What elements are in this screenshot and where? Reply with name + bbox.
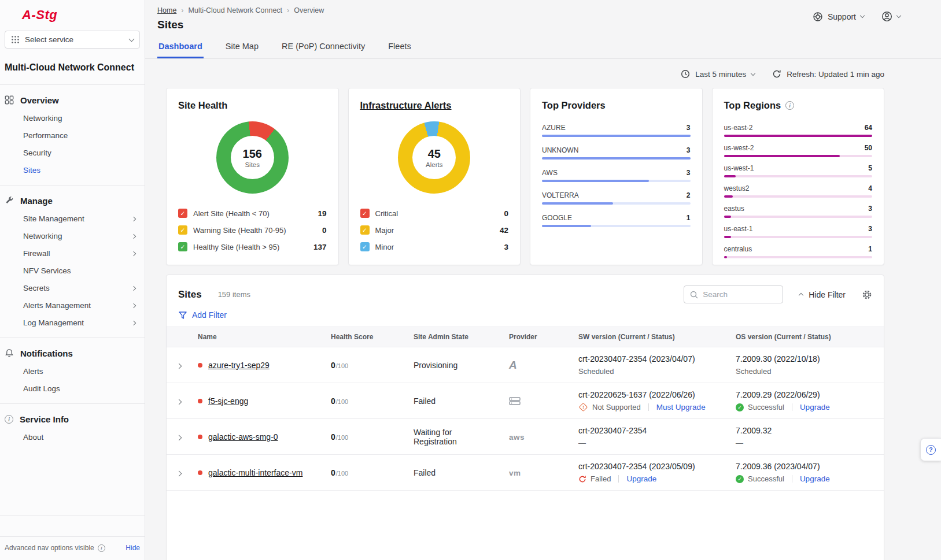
sidebar-item-about[interactable]: About	[0, 429, 145, 446]
sidebar-section-overview-header[interactable]: Overview	[0, 91, 145, 110]
health-score: 0	[331, 468, 335, 477]
table-row[interactable]: azure-try1-sep29 0/100 Provisioning A cr…	[167, 347, 884, 383]
sidebar-item-firewall[interactable]: Firewall	[0, 245, 145, 262]
table-row[interactable]: f5-sjc-engg 0/100 Failed	[167, 383, 884, 419]
must-upgrade-link[interactable]: Must Upgrade	[656, 403, 706, 411]
settings-gear-icon[interactable]	[862, 290, 872, 300]
breadcrumb: Home › Multi-Cloud Network Connect › Ove…	[157, 6, 324, 14]
sidebar-section-service-info-header[interactable]: Service Info	[0, 410, 145, 429]
os-version: 7.2009.29 (2022/06/29)	[736, 390, 877, 399]
legend-label: Warning Site (Health 70-95)	[193, 226, 286, 235]
service-selector[interactable]: Select service	[5, 31, 140, 49]
legend-row: Minor 3	[360, 242, 509, 251]
bell-icon	[5, 348, 14, 358]
chevron-down-icon	[896, 13, 901, 18]
tab-site-map[interactable]: Site Map	[224, 37, 260, 58]
infrastructure-alerts-title[interactable]: Infrastructure Alerts	[360, 100, 509, 111]
sidebar-item-log-management[interactable]: Log Management	[0, 314, 145, 332]
section-title: Manage	[20, 196, 53, 206]
site-name-link[interactable]: galactic-aws-smg-0	[208, 432, 278, 442]
sidebar-section-manage-header[interactable]: Manage	[0, 191, 145, 210]
bar-fill	[724, 175, 736, 177]
sidebar-item-site-management[interactable]: Site Management	[0, 210, 145, 228]
site-name-link[interactable]: azure-try1-sep29	[208, 361, 270, 370]
bar-fill	[542, 202, 613, 205]
table-row[interactable]: galactic-multi-interface-vm 0/100 Failed…	[167, 455, 884, 491]
alerts-total: 45	[428, 147, 441, 161]
account-menu[interactable]	[881, 11, 901, 22]
upgrade-link[interactable]: Upgrade	[800, 403, 830, 411]
refresh-button[interactable]: Refresh: Updated 1 min ago	[772, 69, 884, 79]
site-health-card: Site Health 156 Sites Alert Site (Health…	[166, 88, 339, 265]
sidebar-item-nfv-services[interactable]: NFV Services	[0, 262, 145, 280]
row-expander-icon[interactable]	[176, 435, 182, 440]
table-row[interactable]: galactic-aws-smg-0 0/100 Waiting for Reg…	[167, 419, 884, 455]
help-button[interactable]	[920, 438, 941, 461]
bar-fill	[724, 195, 733, 198]
search-box[interactable]	[684, 285, 783, 303]
search-input[interactable]	[703, 290, 777, 299]
site-name-link[interactable]: f5-sjc-engg	[208, 396, 248, 406]
sidebar-item-manage-networking[interactable]: Networking	[0, 228, 145, 245]
column-site-admin-state[interactable]: Site Admin State	[407, 327, 502, 347]
bar-label: us-west-1	[724, 164, 754, 172]
sites-table-card: Sites 159 items Hide Filter	[166, 275, 884, 560]
upgrade-link[interactable]: Upgrade	[800, 474, 830, 483]
breadcrumb-section[interactable]: Multi-Cloud Network Connect	[189, 6, 283, 14]
legend-value: 42	[500, 226, 508, 235]
alerts-total-label: Alerts	[426, 161, 442, 168]
sidebar-item-security[interactable]: Security	[0, 144, 145, 162]
legend-checkbox-minor[interactable]	[360, 242, 370, 251]
sidebar-item-alerts-management[interactable]: Alerts Management	[0, 297, 145, 314]
column-provider[interactable]: Provider	[502, 327, 571, 347]
hide-filter-button[interactable]: Hide Filter	[799, 290, 846, 299]
row-expander-icon[interactable]	[176, 399, 182, 405]
provider-bar-row: AWS3	[542, 169, 691, 182]
breadcrumb-home[interactable]: Home	[157, 6, 176, 14]
column-name[interactable]: Name	[191, 327, 324, 347]
infrastructure-alerts-donut-chart: 45 Alerts	[398, 121, 470, 194]
legend-checkbox-major[interactable]	[360, 225, 370, 235]
sidebar-item-networking[interactable]: Networking	[0, 110, 145, 127]
legend-label: Minor	[375, 243, 394, 251]
sidebar-item-sites[interactable]: Sites	[0, 162, 145, 179]
provider-bar-row: GOOGLE1	[542, 214, 691, 227]
legend-checkbox-healthy[interactable]	[178, 242, 187, 251]
sidebar-section-notifications-header[interactable]: Notifications	[0, 344, 145, 363]
tab-dashboard[interactable]: Dashboard	[157, 37, 204, 58]
clock-icon	[681, 69, 690, 79]
legend-checkbox-alert[interactable]	[178, 209, 187, 218]
sidebar-item-performance[interactable]: Performance	[0, 127, 145, 144]
legend-row: Major 42	[360, 225, 509, 235]
column-os-version[interactable]: OS version (Current / Status)	[729, 327, 884, 347]
sw-version: crt-20230407-2354	[578, 426, 722, 435]
support-label: Support	[828, 12, 856, 21]
sidebar-item-secrets[interactable]: Secrets	[0, 280, 145, 297]
time-range-selector[interactable]: Last 5 minutes	[681, 69, 755, 79]
add-filter-button[interactable]: Add Filter	[167, 309, 884, 327]
divider	[618, 475, 619, 483]
legend-value: 137	[313, 243, 327, 251]
legend-value: 19	[318, 209, 326, 218]
tab-fleets[interactable]: Fleets	[387, 37, 412, 58]
bar-label: us-west-2	[724, 144, 754, 152]
column-sw-version[interactable]: SW version (Current / Status)	[571, 327, 729, 347]
sw-status: —	[578, 439, 586, 447]
tab-re-pop-connectivity[interactable]: RE (PoP) Connectivity	[281, 37, 366, 58]
upgrade-link[interactable]: Upgrade	[626, 474, 656, 483]
hide-advanced-nav-link[interactable]: Hide	[126, 544, 140, 552]
site-name-link[interactable]: galactic-multi-interface-vm	[208, 468, 302, 477]
legend-checkbox-critical[interactable]	[360, 209, 370, 218]
sidebar-item-alerts[interactable]: Alerts	[0, 363, 145, 380]
support-menu[interactable]: Support	[813, 12, 864, 22]
site-health-total: 156	[243, 147, 262, 161]
row-expander-icon[interactable]	[176, 363, 182, 369]
account-avatar-icon	[881, 11, 892, 22]
row-expander-icon[interactable]	[176, 470, 182, 476]
sidebar-item-audit-logs[interactable]: Audit Logs	[0, 380, 145, 398]
column-health-score[interactable]: Health Score	[324, 327, 407, 347]
legend-checkbox-warning[interactable]	[178, 225, 187, 235]
info-icon[interactable]	[785, 101, 794, 110]
sw-version: crt-20230407-2354 (2023/04/07)	[578, 354, 722, 364]
aws-provider-icon: aws	[509, 433, 525, 442]
